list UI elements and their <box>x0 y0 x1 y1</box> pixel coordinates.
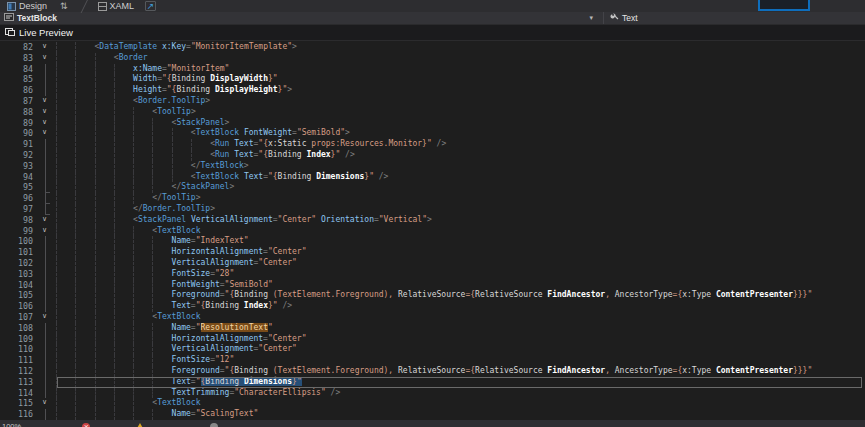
fold-collapse-icon[interactable]: ∨ <box>36 226 56 237</box>
line-number[interactable]: 104 <box>0 280 36 291</box>
line-number[interactable]: 95 <box>0 182 36 193</box>
zoom-level[interactable]: 100% <box>2 422 21 427</box>
code-line[interactable]: 115∨<TextBlock <box>0 398 865 409</box>
line-number[interactable]: 89 <box>0 118 36 129</box>
code-line[interactable]: 93</TextBlock> <box>0 161 865 172</box>
swap-panes-icon[interactable]: ⇅ <box>60 1 66 11</box>
line-number[interactable]: 90 <box>0 128 36 139</box>
line-number[interactable]: 92 <box>0 150 36 161</box>
code-line[interactable]: 89∨<StackPanel> <box>0 118 865 129</box>
line-number[interactable]: 98 <box>0 215 36 226</box>
code-line[interactable]: 106Text="{Binding Index}" /> <box>0 301 865 312</box>
code-line[interactable]: 98∨<StackPanel VerticalAlignment="Center… <box>0 215 865 226</box>
code-line[interactable]: 92<Run Text="{Binding Index}" /> <box>0 150 865 161</box>
line-number[interactable]: 116 <box>0 409 36 420</box>
code-line[interactable]: 97</Border.ToolTip> <box>0 204 865 215</box>
fold-guide <box>36 161 56 172</box>
code-line[interactable]: 91<Run Text="{x:Static props:Resources.M… <box>0 139 865 150</box>
code-line[interactable]: 83∨<Border <box>0 53 865 64</box>
tab-design[interactable]: Design <box>0 0 54 12</box>
fold-collapse-icon[interactable]: ∨ <box>36 128 56 139</box>
live-preview-icon <box>5 27 15 39</box>
code-line[interactable]: 84x:Name="MonitorItem" <box>0 64 865 75</box>
code-line[interactable]: 110VerticalAlignment="Center" <box>0 344 865 355</box>
line-number[interactable]: 86 <box>0 85 36 96</box>
line-number[interactable]: 109 <box>0 334 36 345</box>
code-line[interactable]: 100Name="IndexText" <box>0 236 865 247</box>
fold-collapse-icon[interactable]: ∨ <box>36 312 56 323</box>
line-number[interactable]: 94 <box>0 172 36 183</box>
element-combo[interactable]: TextBlock ▾ <box>0 12 603 24</box>
code-line[interactable]: 94<TextBlock Text="{Binding Dimensions}"… <box>0 172 865 183</box>
code-text: Width="{Binding DisplayWidth}" <box>56 74 865 85</box>
code-line[interactable]: 85Width="{Binding DisplayWidth}" <box>0 74 865 85</box>
code-line[interactable]: 87∨<Border.ToolTip> <box>0 96 865 107</box>
fold-guide <box>36 290 56 301</box>
code-line[interactable]: 82∨<DataTemplate x:Key="MonitorItemTempl… <box>0 42 865 53</box>
code-line[interactable]: 99∨<TextBlock <box>0 226 865 237</box>
line-number[interactable]: 100 <box>0 236 36 247</box>
line-number[interactable]: 97 <box>0 204 36 215</box>
code-line[interactable]: 109HorizontalAlignment="Center" <box>0 334 865 345</box>
fold-collapse-icon[interactable]: ∨ <box>36 53 56 64</box>
code-line[interactable]: 95</StackPanel> <box>0 182 865 193</box>
code-line[interactable]: 86Height="{Binding DisplayHeight}"> <box>0 85 865 96</box>
tab-xaml[interactable]: XAML <box>91 0 142 12</box>
line-number[interactable]: 110 <box>0 344 36 355</box>
error-count-icon[interactable]: ✕ <box>82 423 90 427</box>
message-count-icon[interactable] <box>210 423 218 427</box>
focused-control-outline[interactable] <box>758 0 810 11</box>
fold-guide <box>36 366 56 377</box>
line-number[interactable]: 99 <box>0 226 36 237</box>
line-number[interactable]: 85 <box>0 74 36 85</box>
code-line[interactable]: 111FontSize="12" <box>0 355 865 366</box>
code-line-current[interactable]: 113Text="{Binding Dimensions}" <box>0 377 865 388</box>
fold-guide <box>36 236 56 247</box>
code-line[interactable]: 88∨<ToolTip> <box>0 107 865 118</box>
code-text: Text="{Binding Dimensions}" <box>56 377 865 388</box>
line-number[interactable]: 87 <box>0 96 36 107</box>
code-text: <TextBlock FontWeight="SemiBold"> <box>56 128 865 139</box>
line-number[interactable]: 106 <box>0 301 36 312</box>
line-number[interactable]: 96 <box>0 193 36 204</box>
code-line[interactable]: 90∨<TextBlock FontWeight="SemiBold"> <box>0 128 865 139</box>
fold-collapse-icon[interactable]: ∨ <box>36 398 56 409</box>
property-combo[interactable]: Text <box>603 12 865 24</box>
line-number[interactable]: 84 <box>0 64 36 75</box>
code-line[interactable]: 108Name="ResolutionText" <box>0 323 865 334</box>
line-number[interactable]: 108 <box>0 323 36 334</box>
code-line[interactable]: 101HorizontalAlignment="Center" <box>0 247 865 258</box>
line-number[interactable]: 91 <box>0 139 36 150</box>
xaml-code-editor[interactable]: 82∨<DataTemplate x:Key="MonitorItemTempl… <box>0 41 865 420</box>
popout-icon[interactable]: ↗ <box>145 1 156 11</box>
chevron-down-icon[interactable]: ▾ <box>583 14 599 22</box>
line-number[interactable]: 83 <box>0 53 36 64</box>
code-line[interactable]: 107∨<TextBlock <box>0 312 865 323</box>
line-number[interactable]: 105 <box>0 290 36 301</box>
line-number[interactable]: 111 <box>0 355 36 366</box>
line-number[interactable]: 114 <box>0 388 36 399</box>
code-line[interactable]: 116Name="ScalingText" <box>0 409 865 420</box>
property-combo-label: Text <box>622 13 638 23</box>
code-line[interactable]: 112Foreground="{Binding (TextElement.For… <box>0 366 865 377</box>
line-number[interactable]: 101 <box>0 247 36 258</box>
line-number[interactable]: 103 <box>0 269 36 280</box>
line-number[interactable]: 102 <box>0 258 36 269</box>
code-line[interactable]: 102VerticalAlignment="Center" <box>0 258 865 269</box>
line-number[interactable]: 88 <box>0 107 36 118</box>
code-text: </Border.ToolTip> <box>56 204 865 215</box>
code-line[interactable]: 114TextTrimming="CharacterEllipsis" /> <box>0 388 865 399</box>
code-line[interactable]: 105Foreground="{Binding (TextElement.For… <box>0 290 865 301</box>
line-number[interactable]: 93 <box>0 161 36 172</box>
code-line[interactable]: 96</ToolTip> <box>0 193 865 204</box>
line-number[interactable]: 115 <box>0 398 36 409</box>
line-number[interactable]: 113 <box>0 377 36 388</box>
code-line[interactable]: 103FontSize="28" <box>0 269 865 280</box>
code-line[interactable]: 104FontWeight="SemiBold" <box>0 280 865 291</box>
line-number[interactable]: 112 <box>0 366 36 377</box>
warning-count-icon[interactable] <box>136 423 144 427</box>
code-text: <Run Text="{Binding Index}" /> <box>56 150 865 161</box>
code-text: x:Name="MonitorItem" <box>56 64 865 75</box>
line-number[interactable]: 82 <box>0 42 36 53</box>
line-number[interactable]: 107 <box>0 312 36 323</box>
